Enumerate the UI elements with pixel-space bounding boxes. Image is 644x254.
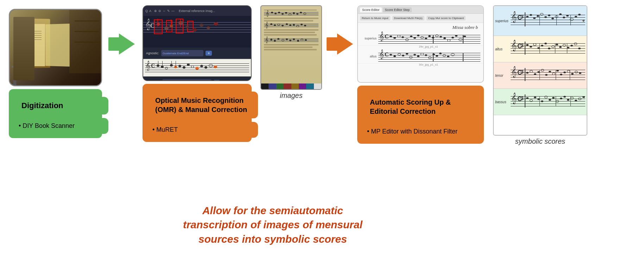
- arrow2-head: [337, 33, 353, 55]
- tab-score-editor[interactable]: Score Editor: [360, 7, 382, 12]
- bassus-sym-staff: 𝄞 C 3: [511, 93, 585, 110]
- swatch-red: [284, 83, 291, 89]
- omr-screenshot: Q A ⊕ ⊖ ↔ ✎ — External reference imag...: [143, 5, 252, 81]
- col-omr: Q A ⊕ ⊖ ↔ ✎ — External reference imag...: [137, 5, 257, 142]
- bottom-text-container: Allow for the semiautomatic transcriptio…: [123, 204, 422, 247]
- digitization-label-box: Digitization DIY Book Scanner: [9, 89, 102, 138]
- col-scoring: Score Editor Score Editor Step Return to…: [355, 5, 486, 144]
- swatch-purple: [299, 83, 306, 89]
- omr-semantic-input[interactable]: Agnostic to semantic translator: [162, 79, 211, 81]
- swatch-black: [261, 83, 269, 89]
- symbolic-score-image: superius 𝄞 C 3: [493, 5, 587, 136]
- tenor-sym-staff: 𝄞 C 3: [511, 67, 585, 84]
- btn-download-musi[interactable]: Download MuSI File(s): [392, 16, 424, 20]
- manuscript-image: 𝄞: [260, 5, 322, 90]
- omr-toolbar: Q A ⊕ ⊖ ↔ ✎ — External reference imag...: [143, 6, 251, 16]
- scoring-title: Automatic Scoring Up & Editorial Correct…: [364, 93, 473, 120]
- arrow1-body: [108, 37, 119, 51]
- altus-sym-staff: 𝄞 C 3: [511, 41, 585, 57]
- swatch-navy: [269, 83, 276, 89]
- swatch-yellow: [291, 83, 299, 89]
- omr-label-box: Optical Music Recognition (OMR) & Manual…: [143, 84, 252, 142]
- swatch-green: [276, 83, 284, 89]
- superius-staff: 𝄞 C: [378, 33, 480, 43]
- digitization-title: Digitization: [15, 97, 108, 114]
- swatch-white: [314, 83, 321, 89]
- superius-sym-staff: 𝄞 C 3: [511, 11, 585, 31]
- scoring-tabs-row: Score Editor Score Editor Step: [358, 6, 483, 14]
- photo-interior: [10, 10, 101, 85]
- arrow1-container: [107, 5, 135, 55]
- omr-title: Optical Music Recognition (OMR) & Manual…: [149, 92, 258, 118]
- arrow1-green: [108, 33, 135, 55]
- page-wrapper: Digitization DIY Book Scanner Q A ⊕ ⊖: [0, 0, 644, 254]
- omr-semantic-btn[interactable]: ≡: [214, 80, 220, 81]
- score-row-altus: altus 𝄞 C: [358, 49, 483, 64]
- book-scanner-photo: [9, 9, 102, 86]
- omr-panel-semantic: Semantic: Agnostic to semantic translato…: [143, 76, 251, 81]
- scoring-screenshot: Score Editor Score Editor Step Return to…: [357, 5, 484, 83]
- images-label: images: [280, 92, 302, 100]
- score-row-superius: superius 𝄞 C: [358, 31, 483, 46]
- sym-row-altus: altus 𝄞 C 3: [494, 36, 587, 62]
- omr-staff-area1: 𝄞 C: [143, 16, 251, 48]
- images-col: 𝄞: [260, 5, 322, 100]
- sym-row-bassus: bassus 𝄞 C 3: [494, 89, 587, 115]
- scoring-label-box: Automatic Scoring Up & Editorial Correct…: [357, 86, 484, 144]
- arrow1-head: [119, 33, 135, 55]
- scoring-bullet: MP Editor with Dissonant Filter: [364, 124, 473, 140]
- color-calibration-bar: [261, 83, 321, 89]
- arrow2-orange: [327, 33, 353, 55]
- sym-row-superius: superius 𝄞 C 3: [494, 6, 587, 36]
- col-digitization: Digitization DIY Book Scanner: [9, 9, 102, 138]
- sym-row-tenor: tenor 𝄞 C 3: [494, 62, 587, 89]
- tab-score-editor-step[interactable]: Score Editor Step: [383, 7, 412, 12]
- omr-staff-area2: 𝄞 C: [143, 59, 251, 76]
- symbolic-scores-label: symbolic scores: [515, 137, 565, 145]
- btn-return-music[interactable]: Return to Music input: [360, 16, 390, 20]
- arrow2-container: [326, 5, 354, 55]
- omr-agnostic-input[interactable]: Guatemala End2End: [161, 50, 203, 56]
- col-symbolic: superius 𝄞 C 3: [491, 5, 589, 145]
- ms-content: 𝄞: [261, 6, 321, 55]
- scoring-actions-row: Return to Music input Download MuSI File…: [358, 14, 483, 23]
- btn-copy-score[interactable]: Copy MuI score to Clipboard: [427, 16, 466, 20]
- digitization-bullet: DIY Book Scanner: [15, 118, 108, 134]
- bottom-text: Allow for the semiautomatic transcriptio…: [123, 204, 422, 247]
- swatch-cyan: [306, 83, 314, 89]
- omr-agnostic-btn[interactable]: ≡: [206, 51, 212, 56]
- omr-bullet: MuRET: [149, 122, 258, 138]
- piece-title: Missa sobre b: [358, 23, 483, 31]
- omr-panel-agnostic: Agnostic: Guatemala End2End ≡: [143, 48, 251, 59]
- flow-row: Digitization DIY Book Scanner Q A ⊕ ⊖: [9, 5, 635, 145]
- altus-staff: 𝄞 C: [378, 51, 480, 61]
- arrow2-body: [327, 37, 337, 51]
